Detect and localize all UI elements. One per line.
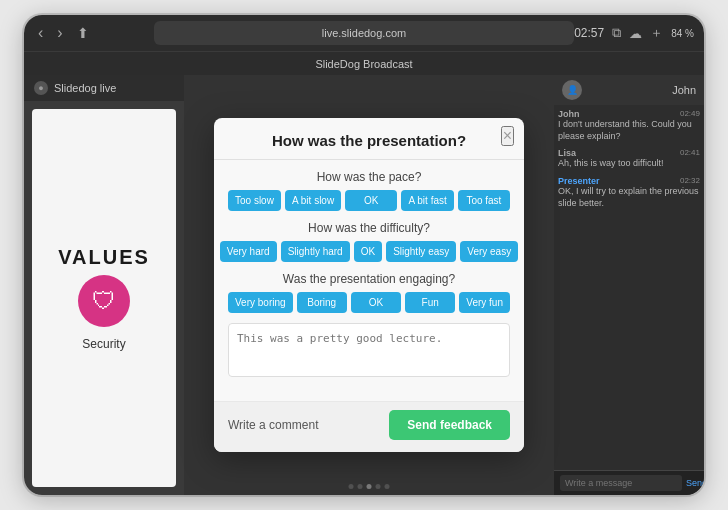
clock: 02:57 (574, 26, 604, 40)
ipad-top-bar: ‹ › ⬆ live.slidedog.com 02:57 ⧉ ☁ ＋ 84 % (24, 15, 704, 51)
modal-footer: Write a comment Send feedback (214, 401, 524, 452)
difficulty-option-3[interactable]: Slightly easy (386, 241, 456, 262)
chat-message-1: Lisa 02:41 Ah, this is way too difficult… (558, 148, 700, 170)
sidebar-header: ● Slidedog live (24, 75, 184, 101)
sidebar-right: 👤 John John 02:49 I don't understand thi… (554, 75, 704, 495)
pace-option-2[interactable]: OK (345, 190, 397, 211)
modal-overlay: × How was the presentation? How was the … (184, 75, 554, 495)
browser-tab-bar: SlideDog Broadcast (24, 51, 704, 75)
main-content: ● Slidedog live VALUES 🛡 Security (24, 75, 704, 495)
chat-header: 👤 John (554, 75, 704, 105)
slide-preview: VALUES 🛡 Security (32, 109, 176, 487)
difficulty-option-4[interactable]: Very easy (460, 241, 518, 262)
chat-message-2: Presenter 02:32 OK, I will try to explai… (558, 176, 700, 209)
slide-values-text: VALUES (58, 246, 150, 269)
difficulty-option-1[interactable]: Slightly hard (281, 241, 350, 262)
feedback-modal: × How was the presentation? How was the … (214, 118, 524, 452)
msg-time-0: 02:49 (680, 109, 700, 118)
security-label: Security (82, 337, 125, 351)
battery-indicator: 84 % (671, 28, 694, 39)
msg-author-0: John (558, 109, 580, 119)
engaging-option-4[interactable]: Very fun (459, 292, 510, 313)
engaging-option-0[interactable]: Very boring (228, 292, 293, 313)
chat-messages: John 02:49 I don't understand this. Coul… (554, 105, 704, 470)
difficulty-question-label: How was the difficulty? (228, 221, 510, 235)
sidebar-icon: ● (34, 81, 48, 95)
send-feedback-button[interactable]: Send feedback (389, 410, 510, 440)
modal-title: How was the presentation? (214, 118, 524, 160)
msg-text-2: OK, I will try to explain the previous s… (558, 186, 700, 209)
msg-time-2: 02:32 (680, 176, 700, 185)
pace-option-0[interactable]: Too slow (228, 190, 281, 211)
shield-circle: 🛡 (78, 275, 130, 327)
chat-message-0: John 02:49 I don't understand this. Coul… (558, 109, 700, 142)
pace-option-3[interactable]: A bit fast (401, 190, 453, 211)
sidebar-left: ● Slidedog live VALUES 🛡 Security (24, 75, 184, 495)
browser-nav-controls: ‹ › ⬆ (34, 22, 154, 44)
chat-input[interactable] (560, 475, 682, 491)
chat-input-bar: Send (554, 470, 704, 495)
tab-title: SlideDog Broadcast (315, 58, 412, 70)
engaging-option-2[interactable]: OK (351, 292, 401, 313)
msg-text-1: Ah, this is way too difficult! (558, 158, 700, 170)
share-button[interactable]: ⬆ (77, 25, 89, 41)
forward-button[interactable]: › (53, 22, 66, 44)
pace-option-1[interactable]: A bit slow (285, 190, 341, 211)
msg-text-0: I don't understand this. Could you pleas… (558, 119, 700, 142)
tab-switcher-icon[interactable]: ⧉ (612, 25, 621, 41)
msg-author-2: Presenter (558, 176, 600, 186)
difficulty-option-0[interactable]: Very hard (220, 241, 277, 262)
new-tab-icon[interactable]: ＋ (650, 24, 663, 42)
url-text: live.slidedog.com (322, 27, 406, 39)
difficulty-options-row: Very hard Slightly hard OK Slightly easy… (228, 241, 510, 262)
engaging-option-1[interactable]: Boring (297, 292, 347, 313)
msg-time-1: 02:41 (680, 148, 700, 157)
sidebar-title: Slidedog live (54, 82, 116, 94)
shield-icon: 🛡 (92, 287, 116, 315)
modal-body: How was the pace? Too slow A bit slow OK… (214, 160, 524, 401)
back-button[interactable]: ‹ (34, 22, 47, 44)
chat-user-name: John (672, 84, 696, 96)
url-bar[interactable]: live.slidedog.com (154, 21, 574, 45)
pace-question-label: How was the pace? (228, 170, 510, 184)
engaging-option-3[interactable]: Fun (405, 292, 455, 313)
cloud-icon[interactable]: ☁ (629, 26, 642, 41)
browser-right-controls: 02:57 ⧉ ☁ ＋ 84 % (574, 24, 694, 42)
comment-textarea[interactable] (228, 323, 510, 377)
write-comment-link[interactable]: Write a comment (228, 418, 318, 432)
pace-options-row: Too slow A bit slow OK A bit fast Too fa… (228, 190, 510, 211)
user-avatar: 👤 (562, 80, 582, 100)
pace-option-4[interactable]: Too fast (458, 190, 510, 211)
engaging-options-row: Very boring Boring OK Fun Very fun (228, 292, 510, 313)
center-area: × How was the presentation? How was the … (184, 75, 554, 495)
msg-author-1: Lisa (558, 148, 576, 158)
modal-close-button[interactable]: × (501, 126, 514, 146)
engaging-question-label: Was the presentation engaging? (228, 272, 510, 286)
tablet-frame: ‹ › ⬆ live.slidedog.com 02:57 ⧉ ☁ ＋ 84 %… (24, 15, 704, 495)
chat-send-button[interactable]: Send (686, 478, 704, 488)
difficulty-option-2[interactable]: OK (354, 241, 382, 262)
